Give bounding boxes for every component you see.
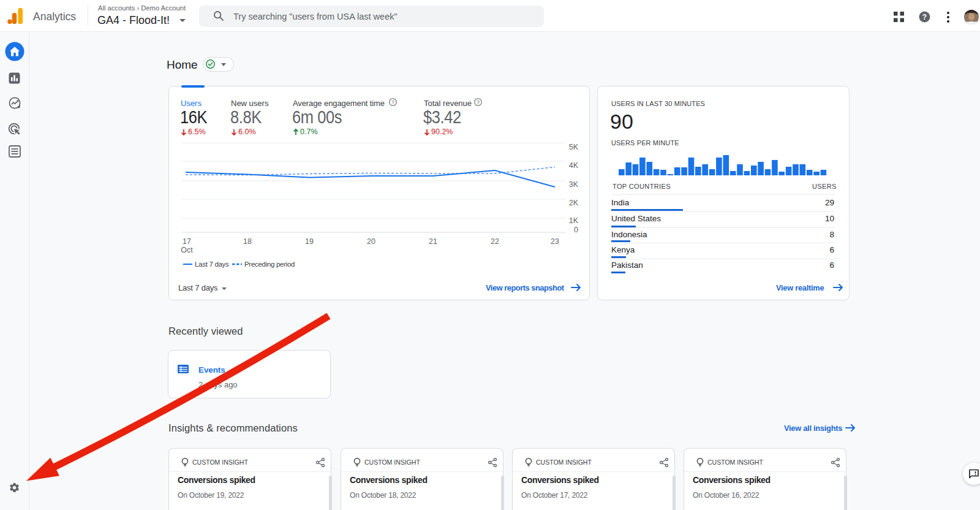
svg-text:?: ? xyxy=(922,13,927,21)
svg-text:18: 18 xyxy=(243,237,252,246)
svg-text:1K: 1K xyxy=(569,216,579,225)
svg-text:Oct: Oct xyxy=(181,246,193,254)
svg-text:Preceding period: Preceding period xyxy=(244,261,295,268)
svg-text:0: 0 xyxy=(574,226,578,234)
svg-text:3K: 3K xyxy=(569,180,579,189)
svg-text:23: 23 xyxy=(551,237,559,246)
svg-text:17: 17 xyxy=(183,237,191,246)
svg-text:20: 20 xyxy=(367,237,375,246)
svg-text:19: 19 xyxy=(305,237,314,246)
svg-text:21: 21 xyxy=(429,237,437,246)
svg-text:Last 7 days: Last 7 days xyxy=(195,261,229,268)
svg-text:5K: 5K xyxy=(569,143,579,151)
svg-text:4K: 4K xyxy=(569,161,579,170)
svg-text:22: 22 xyxy=(491,237,499,246)
svg-text:2K: 2K xyxy=(569,199,579,207)
